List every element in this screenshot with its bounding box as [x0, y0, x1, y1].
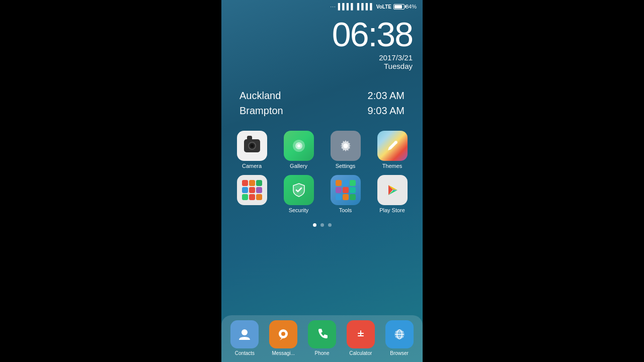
dock-phone[interactable]: Phone [303, 320, 342, 356]
phone-dock-icon [308, 320, 336, 348]
contacts-dock-icon [230, 320, 259, 348]
mini-icon-6 [256, 187, 262, 193]
camera-lens-inner [251, 144, 254, 147]
dock-messaging[interactable]: Messagi... [264, 320, 303, 356]
tools-mini-3 [350, 180, 356, 186]
tools-mini-8 [343, 194, 349, 200]
status-bar: ··· ▌▌▌▌ ▌▌▌▌ VoLTE 84% [221, 0, 423, 12]
phone-screen: ··· ▌▌▌▌ ▌▌▌▌ VoLTE 84% 06:38 2017/3/21 … [221, 0, 423, 362]
camera-label: Camera [242, 163, 262, 169]
page-dot-2[interactable] [320, 223, 324, 227]
browser-svg [392, 327, 407, 342]
volte-label: VoLTE [376, 4, 391, 10]
app-settings[interactable]: Settings [324, 131, 367, 169]
cities-column: Auckland Brampton [239, 88, 283, 118]
tools-mini-9 [350, 194, 356, 200]
time-brampton: 9:03 AM [368, 103, 405, 118]
tools-mini-7 [336, 194, 342, 200]
svg-point-4 [343, 144, 348, 148]
gallery-icon [284, 131, 314, 161]
folder-mini-grid [240, 178, 264, 202]
city-auckland: Auckland [239, 88, 283, 103]
contacts-person-svg [237, 327, 252, 342]
tools-mini-grid [334, 178, 358, 202]
battery-percent: 84% [406, 4, 417, 10]
main-clock: 06:38 [231, 17, 413, 51]
themes-brush-svg [384, 137, 401, 154]
mini-icon-4 [242, 187, 248, 193]
playstore-svg [383, 181, 401, 199]
times-column: 2:03 AM 9:03 AM [368, 88, 405, 118]
gallery-svg [290, 137, 308, 155]
browser-label: Browser [390, 350, 409, 356]
city-brampton: Brampton [239, 103, 283, 118]
themes-icon [377, 131, 408, 161]
app-themes[interactable]: Themes [371, 131, 414, 169]
battery-fill [394, 5, 402, 9]
app-security[interactable]: Security [277, 175, 320, 213]
app-camera[interactable]: Camera [230, 131, 273, 169]
dock-calculator[interactable]: Calculator [341, 320, 380, 356]
calculator-dock-icon [347, 320, 375, 348]
time-auckland: 2:03 AM [368, 88, 405, 103]
mini-icon-9 [256, 194, 262, 200]
calculator-svg [353, 327, 368, 342]
tools-mini-4 [336, 187, 342, 193]
dock-contacts[interactable]: Contacts [225, 320, 264, 356]
signal-strength-2-icon: ▌▌▌▌ [357, 3, 374, 10]
day-display: Tuesday [231, 62, 413, 70]
mini-icon-5 [249, 187, 255, 193]
gallery-label: Gallery [290, 163, 307, 169]
app-playstore[interactable]: Play Store [371, 175, 414, 213]
security-shield-svg [290, 182, 307, 199]
security-label: Security [289, 207, 309, 213]
signal-dots-icon: ··· [330, 4, 336, 10]
app-tools[interactable]: Tools [324, 175, 367, 213]
svg-point-6 [394, 141, 397, 144]
messaging-label: Messagi... [272, 350, 295, 356]
battery-icon [393, 4, 405, 10]
app-folder[interactable] [230, 175, 273, 213]
phone-svg [314, 327, 330, 342]
battery-indicator: 84% [393, 4, 417, 10]
browser-dock-icon [385, 320, 414, 348]
world-clocks-widget: Auckland Brampton 2:03 AM 9:03 AM [221, 78, 423, 123]
mini-icon-8 [249, 194, 255, 200]
camera-icon [237, 131, 267, 161]
calculator-label: Calculator [349, 350, 372, 356]
settings-icon [331, 131, 361, 161]
playstore-label: Play Store [379, 207, 405, 213]
camera-lens [248, 142, 256, 150]
settings-gear-svg [338, 138, 354, 154]
page-dot-3[interactable] [328, 223, 332, 227]
tools-mini-5 [343, 187, 349, 193]
tools-label: Tools [339, 207, 352, 213]
messaging-svg [276, 327, 291, 342]
svg-point-2 [297, 144, 300, 147]
playstore-icon [377, 175, 408, 205]
phone-label: Phone [315, 350, 330, 356]
svg-rect-13 [360, 330, 361, 336]
clock-area: 06:38 2017/3/21 Tuesday [221, 12, 423, 73]
app-gallery[interactable]: Gallery [277, 131, 320, 169]
date-display: 2017/3/21 [231, 53, 413, 62]
mini-icon-2 [249, 180, 255, 186]
svg-point-7 [242, 329, 248, 335]
mini-icon-1 [242, 180, 248, 186]
folder-icon [237, 175, 267, 205]
page-dot-1[interactable] [313, 223, 316, 227]
messaging-dock-icon [269, 320, 297, 348]
page-indicators [221, 219, 423, 231]
dock: Contacts Messagi... Phone [221, 315, 423, 362]
mini-icon-3 [256, 180, 262, 186]
signal-strength-icon: ▌▌▌▌ [338, 3, 355, 10]
settings-label: Settings [336, 163, 356, 169]
camera-body [244, 139, 260, 152]
tools-mini-1 [336, 180, 342, 186]
security-icon [284, 175, 314, 205]
mini-icon-7 [242, 194, 248, 200]
tools-icon [331, 175, 361, 205]
dock-browser[interactable]: Browser [380, 320, 419, 356]
tools-mini-6 [350, 187, 356, 193]
tools-mini-2 [343, 180, 349, 186]
